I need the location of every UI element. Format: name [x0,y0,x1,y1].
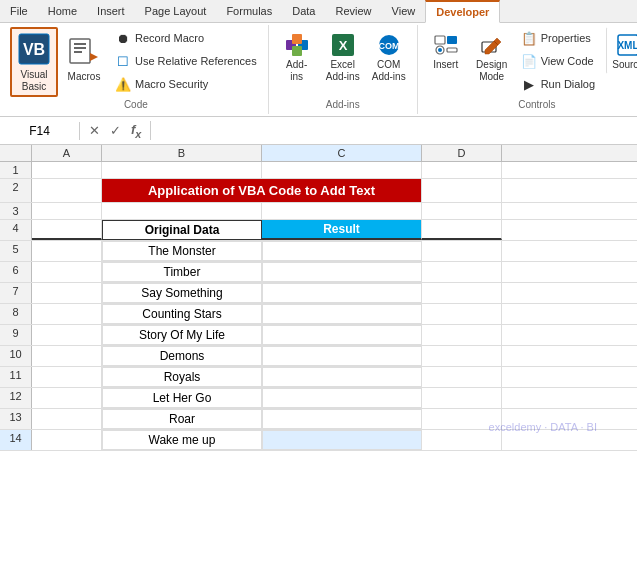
cell-d5[interactable] [422,241,502,261]
col-header-a[interactable]: A [32,145,102,161]
cell-d2[interactable] [422,179,502,202]
insert-control-button[interactable]: Insert [424,27,468,74]
cell-c13[interactable] [262,409,422,429]
cell-a1[interactable] [32,162,102,178]
view-code-button[interactable]: 📄 View Code [516,50,600,72]
tab-data[interactable]: Data [282,0,325,22]
col-header-d[interactable]: D [422,145,502,161]
cell-a7[interactable] [32,283,102,303]
cell-b13[interactable]: Roar [102,409,262,429]
cell-c14[interactable] [262,430,422,450]
cell-d12[interactable] [422,388,502,408]
cell-b10[interactable]: Demons [102,346,262,366]
cell-c6[interactable] [262,262,422,282]
col-header-c[interactable]: C [262,145,422,161]
cell-c1[interactable] [262,162,422,178]
cell-d13[interactable] [422,409,502,429]
cell-b4[interactable]: Original Data [102,220,262,240]
cell-b11[interactable]: Royals [102,367,262,387]
source-button[interactable]: XML Source [606,27,637,74]
design-mode-icon [478,31,506,59]
tab-home[interactable]: Home [38,0,87,22]
cell-c4[interactable]: Result [262,220,422,240]
cell-a5[interactable] [32,241,102,261]
cell-a11[interactable] [32,367,102,387]
svg-point-18 [438,48,442,52]
svg-text:XML: XML [618,40,637,51]
row-number-6: 6 [0,262,32,282]
row-number-1: 1 [0,162,32,178]
com-addins-button[interactable]: COM COMAdd-ins [367,27,411,87]
relative-references-button[interactable]: ☐ Use Relative References [110,50,262,72]
svg-rect-15 [435,36,445,44]
cell-d8[interactable] [422,304,502,324]
table-row: 13 Roar [0,409,637,430]
macro-security-button[interactable]: ⚠️ Macro Security [110,73,262,95]
tab-page-layout[interactable]: Page Layout [135,0,217,22]
excel-addins-button[interactable]: X ExcelAdd-ins [321,27,365,87]
cancel-formula-icon[interactable]: ✕ [86,122,103,139]
visual-basic-button[interactable]: VB VisualBasic [10,27,58,97]
code-group-label: Code [124,97,148,112]
tab-formulas[interactable]: Formulas [216,0,282,22]
cell-a14[interactable] [32,430,102,450]
cell-b12[interactable]: Let Her Go [102,388,262,408]
cell-a6[interactable] [32,262,102,282]
cell-d11[interactable] [422,367,502,387]
cell-b1[interactable] [102,162,262,178]
design-mode-button[interactable]: DesignMode [470,27,514,87]
cell-d4[interactable] [422,220,502,240]
tab-view[interactable]: View [382,0,426,22]
cell-b5[interactable]: The Monster [102,241,262,261]
col-header-b[interactable]: B [102,145,262,161]
cell-d1[interactable] [422,162,502,178]
cell-c10[interactable] [262,346,422,366]
cell-a4[interactable] [32,220,102,240]
macros-button[interactable]: Macros [60,27,108,87]
cell-b6[interactable]: Timber [102,262,262,282]
cell-c11[interactable] [262,367,422,387]
cell-b8[interactable]: Counting Stars [102,304,262,324]
tab-review[interactable]: Review [325,0,381,22]
cell-c7[interactable] [262,283,422,303]
cell-a3[interactable] [32,203,102,219]
cell-c5[interactable] [262,241,422,261]
cell-d14[interactable] [422,430,502,450]
cell-a8[interactable] [32,304,102,324]
insert-function-icon[interactable]: fx [128,121,144,141]
cell-a12[interactable] [32,388,102,408]
formula-input[interactable] [151,122,637,140]
cell-d3[interactable] [422,203,502,219]
tab-developer[interactable]: Developer [425,0,500,23]
cell-b7[interactable]: Say Something [102,283,262,303]
cell-b3[interactable] [102,203,262,219]
cell-a13[interactable] [32,409,102,429]
corner-cell [0,145,32,161]
cell-c12[interactable] [262,388,422,408]
cell-c3[interactable] [262,203,422,219]
cell-b14[interactable]: Wake me up [102,430,262,450]
cell-d9[interactable] [422,325,502,345]
name-box[interactable]: F14 [0,122,80,140]
tab-file[interactable]: File [0,0,38,22]
run-dialog-button[interactable]: ▶ Run Dialog [516,73,600,95]
addins-group-label: Add-ins [326,97,360,112]
cell-d6[interactable] [422,262,502,282]
cell-a9[interactable] [32,325,102,345]
tab-insert[interactable]: Insert [87,0,135,22]
row-number-11: 11 [0,367,32,387]
addins-group-items: Add-ins X ExcelAdd-ins C [275,27,411,97]
cell-d7[interactable] [422,283,502,303]
properties-button[interactable]: 📋 Properties [516,27,600,49]
row-number-5: 5 [0,241,32,261]
cell-c9[interactable] [262,325,422,345]
cell-a10[interactable] [32,346,102,366]
cell-a2[interactable] [32,179,102,202]
confirm-formula-icon[interactable]: ✓ [107,122,124,139]
record-macro-button[interactable]: ⏺ Record Macro [110,27,262,49]
cell-c8[interactable] [262,304,422,324]
addins-button[interactable]: Add-ins [275,27,319,87]
code-group-items: VB VisualBasic [10,27,262,97]
cell-b9[interactable]: Story Of My Life [102,325,262,345]
cell-d10[interactable] [422,346,502,366]
